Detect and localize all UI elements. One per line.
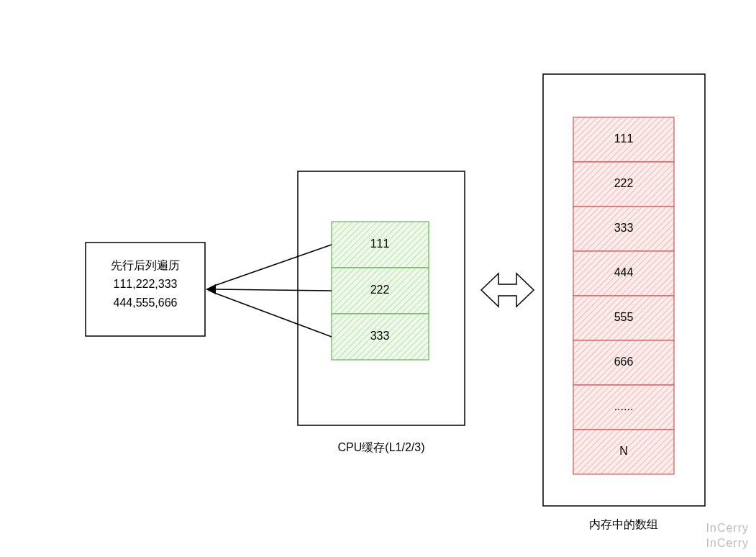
cache-cell-2: 333 — [370, 330, 390, 342]
svg-line-17 — [214, 293, 332, 337]
cache-caption: CPU缓存(L1/2/3) — [338, 441, 425, 453]
double-arrow — [481, 273, 534, 307]
arrows-cache-to-traversal — [206, 245, 332, 337]
memory-cell-5: 666 — [614, 356, 634, 368]
svg-line-15 — [214, 245, 332, 286]
watermark-text-1: InCerry — [706, 522, 749, 534]
memory-cell-6: ...... — [614, 400, 634, 412]
memory-cell-3: 444 — [614, 266, 634, 278]
memory-cell-0: 111 — [614, 132, 634, 145]
memory-cell-1: 222 — [614, 177, 634, 189]
memory-cells: 111 222 333 444 555 666 ...... N — [573, 117, 674, 474]
memory-cell-7: N — [619, 445, 628, 457]
traversal-line2: 444,555,666 — [114, 296, 178, 309]
memory-caption: 内存中的数组 — [589, 518, 658, 530]
memory-cell-2: 333 — [614, 222, 634, 234]
svg-line-16 — [214, 289, 332, 291]
traversal-title: 先行后列遍历 — [111, 259, 180, 271]
cache-cell-0: 111 — [370, 237, 390, 250]
cache-cells: 111 222 333 — [332, 222, 429, 360]
svg-marker-18 — [206, 284, 216, 294]
cache-cell-1: 222 — [370, 284, 390, 296]
watermark: InCerry InCerry — [706, 521, 749, 551]
memory-cell-4: 555 — [614, 311, 634, 323]
traversal-line1: 111,222,333 — [114, 278, 178, 290]
watermark-text-2: InCerry — [706, 537, 749, 549]
